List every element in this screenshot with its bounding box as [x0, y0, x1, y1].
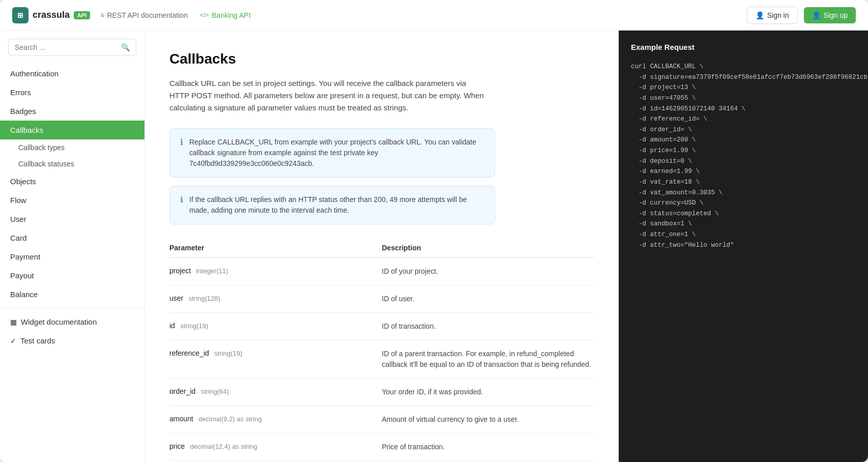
sidebar-item-payment[interactable]: Payment: [0, 247, 144, 266]
top-nav: ⊞ crassula API ≡ REST API documentation …: [0, 0, 868, 31]
sidebar-item-card[interactable]: Card: [0, 228, 144, 247]
info-icon-1: ℹ: [180, 137, 183, 147]
table-row: project integer(11) ID of your project.: [169, 258, 594, 285]
sidebar-item-callback-types[interactable]: Callback types: [0, 139, 144, 156]
logo-text: crassula: [33, 10, 70, 20]
header-parameter: Parameter: [169, 244, 382, 252]
param-desc-project: ID of your project.: [382, 266, 595, 277]
user-icon: 👤: [756, 11, 764, 19]
nav-links: ≡ REST API documentation </> Banking API: [100, 11, 250, 19]
nav-link-rest[interactable]: ≡ REST API documentation: [100, 11, 188, 19]
info-text-1: Replace CALLBACK_URL from example with y…: [189, 137, 484, 169]
signup-icon: 👤: [812, 11, 821, 19]
search-box[interactable]: 🔍: [8, 39, 136, 56]
signup-button[interactable]: 👤 Sign up: [804, 7, 856, 23]
sidebar-item-badges[interactable]: Badges: [0, 102, 144, 121]
sidebar-item-callbacks[interactable]: Callbacks: [0, 121, 144, 139]
right-panel: Example Request curl CALLBACK_URL \ -d s…: [619, 31, 868, 462]
sidebar-item-balance[interactable]: Balance: [0, 285, 144, 304]
param-desc-id: ID of transaction.: [382, 321, 595, 332]
table-row: reference_id string(19) ID of a parent t…: [169, 340, 594, 379]
check-circle-icon: ✓: [10, 337, 16, 345]
param-desc-amount: Amount of virtual currency to give to a …: [382, 414, 595, 425]
sidebar-item-callback-statuses[interactable]: Callback statuses: [0, 156, 144, 172]
param-desc-reference-id: ID of a parent transaction. For example,…: [382, 349, 595, 370]
info-box-2: ℹ If the callback URL replies with an HT…: [169, 186, 495, 224]
param-name-reference-id: reference_id string(19): [169, 349, 382, 358]
sidebar-item-test-cards[interactable]: ✓ Test cards: [0, 331, 144, 350]
info-box-1: ℹ Replace CALLBACK_URL from example with…: [169, 128, 495, 178]
example-title: Example Request: [631, 43, 856, 51]
sidebar-item-objects[interactable]: Objects: [0, 172, 144, 191]
table-row: order_id string(64) Your order ID, if it…: [169, 379, 594, 406]
param-name-amount: amount decimal(9,2) as string: [169, 414, 382, 423]
info-icon-2: ℹ: [180, 195, 183, 205]
widget-icon: ▦: [10, 318, 17, 326]
params-section: Parameter Description project integer(11…: [169, 239, 594, 461]
param-desc-user: ID of user.: [382, 294, 595, 304]
param-desc-order-id: Your order ID, if it was provided.: [382, 387, 595, 397]
signin-button[interactable]: 👤 Sign in: [747, 7, 798, 24]
param-desc-price: Price of transaction.: [382, 442, 595, 452]
nav-left: ⊞ crassula API ≡ REST API documentation …: [12, 7, 251, 23]
content-area: Callbacks Callback URL can be set in pro…: [145, 31, 619, 462]
sidebar-item-authentication[interactable]: Authentication: [0, 64, 144, 83]
code-icon: </>: [200, 12, 209, 19]
main-layout: 🔍 Authentication Errors Badges Callbacks…: [0, 31, 868, 462]
sidebar-item-widget-doc[interactable]: ▦ Widget documentation: [0, 312, 144, 331]
page-title: Callbacks: [169, 51, 594, 67]
table-row: id string(19) ID of transaction.: [169, 313, 594, 340]
table-row: amount decimal(9,2) as string Amount of …: [169, 406, 594, 434]
api-badge: API: [74, 11, 90, 19]
table-row: price decimal(12,4) as string Price of t…: [169, 434, 594, 461]
sidebar-item-payout[interactable]: Payout: [0, 266, 144, 285]
param-name-order-id: order_id string(64): [169, 387, 382, 396]
info-text-2: If the callback URL replies with an HTTP…: [189, 194, 484, 216]
param-name-id: id string(19): [169, 321, 382, 330]
code-block: curl CALLBACK_URL \ -d signature=ea7379f…: [631, 62, 856, 250]
param-name-project: project integer(11): [169, 266, 382, 275]
header-description: Description: [382, 244, 595, 252]
sidebar-item-errors[interactable]: Errors: [0, 83, 144, 102]
sidebar-divider: [0, 308, 144, 308]
sidebar: 🔍 Authentication Errors Badges Callbacks…: [0, 31, 145, 462]
nav-link-banking[interactable]: </> Banking API: [200, 11, 251, 19]
sidebar-item-flow[interactable]: Flow: [0, 191, 144, 210]
menu-icon: ≡: [100, 12, 104, 19]
sidebar-item-user[interactable]: User: [0, 210, 144, 228]
params-header: Parameter Description: [169, 239, 594, 258]
nav-right: 👤 Sign in 👤 Sign up: [747, 7, 856, 24]
page-description: Callback URL can be set in project setti…: [169, 77, 485, 114]
logo-icon: ⊞: [12, 7, 28, 23]
param-name-price: price decimal(12,4) as string: [169, 442, 382, 451]
search-icon: 🔍: [121, 43, 130, 51]
logo-area: ⊞ crassula API: [12, 7, 90, 23]
search-input[interactable]: [15, 43, 117, 51]
table-row: user string(128) ID of user.: [169, 285, 594, 313]
param-name-user: user string(128): [169, 294, 382, 303]
